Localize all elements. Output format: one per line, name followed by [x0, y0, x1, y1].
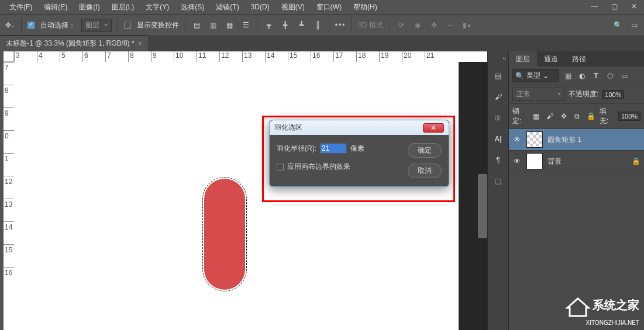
filter-adjust-icon[interactable]: ◐ [577, 71, 587, 81]
auto-select-checkbox[interactable] [27, 22, 35, 29]
align-center-icon[interactable]: ▥ [208, 20, 218, 30]
feather-selection-dialog: 羽化选区 ✕ 羽化半径(R): 像素 应用画布边界的效果 确定 取消 [269, 120, 449, 187]
apply-canvas-effect-checkbox[interactable] [277, 164, 284, 171]
3d-pan-icon[interactable]: ✥ [429, 20, 439, 30]
menu-view[interactable]: 视图(V) [275, 2, 311, 12]
align-bottom-icon[interactable]: ┻ [296, 20, 306, 30]
move-tool-icon[interactable]: ✥⌄ [5, 20, 15, 30]
brush-panel-icon[interactable]: 🖌 [492, 91, 505, 103]
ruler-vertical[interactable]: 789011213141516 [4, 62, 14, 330]
menu-type[interactable]: 文字(Y) [140, 2, 175, 12]
layer-filter-row: 🔍 类型 ⌄ ▦ ◐ T ⬠ ▭ [509, 67, 644, 85]
align-more-icon[interactable]: ☰ [240, 20, 251, 30]
filter-type-icon[interactable]: T [591, 71, 601, 81]
feather-radius-label: 羽化半径(R): [277, 144, 316, 154]
search-icon: 🔍 [515, 72, 524, 80]
watermark: 系统之家 XITONGZHIJIA.NET [565, 296, 639, 326]
minimize-button[interactable]: — [588, 1, 601, 12]
filter-smart-icon[interactable]: ▭ [619, 71, 629, 81]
auto-select-label: 自动选择： [40, 20, 75, 30]
lock-label: 锁定: [512, 106, 528, 126]
menu-image[interactable]: 图像(I) [73, 2, 105, 12]
workspace-icon[interactable]: ▭ [629, 20, 639, 30]
lock-icon: 🔒 [632, 157, 640, 165]
layers-panel: 图层 通道 路径 🔍 类型 ⌄ ▦ ◐ T ⬠ ▭ 正常 不透明度: 锁定: ▦… [508, 51, 644, 330]
visibility-toggle-icon[interactable]: 👁 [512, 136, 522, 144]
tab-paths[interactable]: 路径 [565, 51, 593, 67]
filter-kind-label: 类型 [526, 71, 540, 81]
align-middle-icon[interactable]: ╋ [280, 20, 290, 30]
ok-button[interactable]: 确定 [408, 143, 442, 158]
chevron-down-icon: ⌄ [543, 72, 549, 80]
opacity-input[interactable] [602, 90, 624, 99]
tab-channels[interactable]: 通道 [537, 51, 565, 67]
menu-layer[interactable]: 图层(L) [106, 2, 140, 12]
layer-item[interactable]: 👁 背景 🔒 [509, 151, 644, 172]
more-options-icon[interactable]: ••• [335, 20, 346, 30]
align-right-icon[interactable]: ▦ [224, 20, 235, 30]
layer-thumbnail[interactable] [526, 131, 543, 148]
dialog-titlebar[interactable]: 羽化选区 ✕ [270, 120, 449, 135]
align-top-icon[interactable]: ┳ [263, 20, 274, 30]
fill-label: 填充: [600, 106, 615, 126]
lock-all-icon[interactable]: 🔒 [586, 111, 595, 121]
menu-window[interactable]: 窗口(W) [311, 2, 347, 12]
layer-filter-search[interactable]: 🔍 类型 ⌄ [512, 69, 559, 82]
menu-file[interactable]: 文件(F) [4, 2, 38, 12]
ruler-origin[interactable] [4, 51, 14, 62]
rounded-rectangle-shape[interactable] [204, 179, 245, 290]
visibility-toggle-icon[interactable]: 👁 [512, 157, 522, 165]
close-tab-icon[interactable]: × [138, 40, 142, 48]
lock-transparent-icon[interactable]: ▦ [531, 111, 541, 121]
collapse-chevron-icon[interactable]: « [502, 55, 506, 61]
blend-mode-dropdown[interactable]: 正常 [512, 88, 565, 101]
menu-filter[interactable]: 滤镜(T) [210, 2, 244, 12]
close-window-button[interactable]: ✕ [628, 1, 640, 12]
collapsed-panel-dock: « ▤ 🖌 🖌̷ A| ¶ ⬚ [487, 51, 508, 330]
brush-settings-panel-icon[interactable]: 🖌̷ [492, 112, 505, 124]
filter-pixel-icon[interactable]: ▦ [563, 71, 573, 81]
fill-input[interactable] [618, 112, 640, 121]
3d-slide-icon[interactable]: ↔ [445, 20, 456, 30]
search-icon[interactable]: 🔍 [612, 20, 623, 30]
house-logo-icon [565, 296, 591, 318]
filter-shape-icon[interactable]: ⬠ [605, 71, 615, 81]
feather-radius-input[interactable] [320, 143, 347, 154]
history-panel-icon[interactable]: ▤ [492, 70, 505, 82]
canvas[interactable] [14, 62, 459, 330]
cancel-button[interactable]: 取消 [408, 164, 442, 178]
dialog-close-button[interactable]: ✕ [423, 123, 444, 133]
paragraph-panel-icon[interactable]: ¶ [492, 154, 505, 166]
show-transform-checkbox[interactable] [124, 22, 131, 29]
3d-roll-icon[interactable]: ◉ [412, 20, 423, 30]
ruler-horizontal[interactable]: 3456789101112131415161718192021 [14, 51, 487, 62]
menu-select[interactable]: 选择(S) [175, 2, 210, 12]
menu-bar: 文件(F) 编辑(E) 图像(I) 图层(L) 文字(Y) 选择(S) 滤镜(T… [0, 0, 644, 14]
menu-3d[interactable]: 3D(D) [245, 3, 275, 11]
3d-camera-icon[interactable]: ▮◂ [462, 20, 472, 30]
menu-help[interactable]: 帮助(H) [347, 2, 383, 12]
layer-name[interactable]: 圆角矩形 1 [547, 135, 581, 145]
distribute-icon[interactable]: ║ [312, 20, 323, 30]
panel-tabs: 图层 通道 路径 [509, 51, 644, 67]
menu-edit[interactable]: 编辑(E) [38, 2, 73, 12]
align-left-icon[interactable]: ▤ [191, 20, 202, 30]
show-transform-label: 显示变换控件 [137, 20, 179, 30]
3d-orbit-icon[interactable]: ⟳ [396, 20, 407, 30]
3d-panel-icon[interactable]: ⬚ [492, 175, 505, 187]
layer-thumbnail[interactable] [526, 153, 543, 169]
document-tab-title: 未标题-1 @ 33.3% (圆角矩形 1, RGB/8) * [6, 39, 135, 48]
watermark-url: XITONGZHIJIA.NET [586, 319, 640, 326]
lock-paint-icon[interactable]: 🖌 [545, 111, 555, 121]
lock-position-icon[interactable]: ✥ [559, 111, 569, 121]
scrollbar-vertical[interactable] [478, 174, 487, 238]
lock-artboard-icon[interactable]: ⧉ [572, 111, 582, 121]
layer-item[interactable]: 👁 圆角矩形 1 [509, 129, 644, 151]
document-tab[interactable]: 未标题-1 @ 33.3% (圆角矩形 1, RGB/8) * × [0, 35, 148, 51]
auto-select-target-dropdown[interactable]: 图层 [81, 19, 112, 32]
mode-3d-label: 3D 模式： [358, 20, 390, 30]
layer-name[interactable]: 背景 [547, 157, 562, 166]
tab-layers[interactable]: 图层 [509, 51, 537, 67]
character-panel-icon[interactable]: A| [492, 133, 505, 145]
maximize-button[interactable]: ▢ [608, 1, 621, 12]
